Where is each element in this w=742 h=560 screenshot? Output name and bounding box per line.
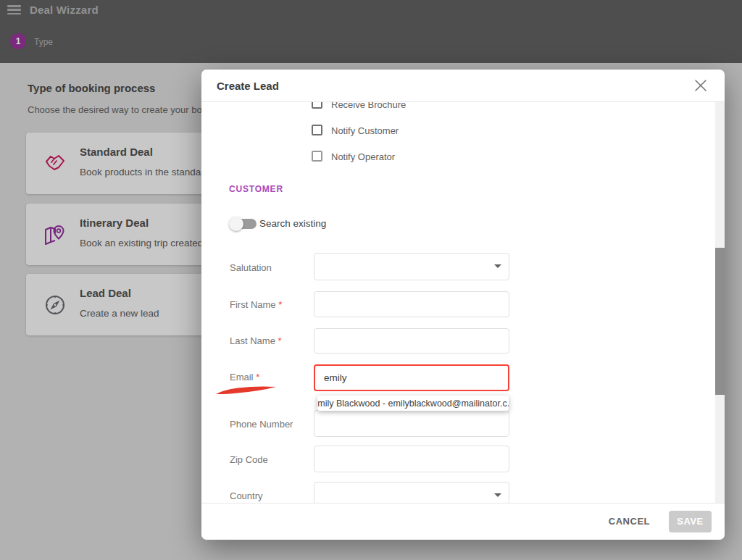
red-underline-annotation <box>216 383 277 398</box>
page-title: Type of booking process <box>28 82 155 94</box>
card-title: Lead Deal <box>80 287 131 299</box>
close-icon[interactable] <box>693 78 708 93</box>
dialog-footer: CANCEL SAVE <box>201 503 725 539</box>
country-select[interactable] <box>314 482 509 503</box>
first-name-label: First Name * <box>230 299 282 310</box>
dialog-body: Receive Brochure Notify Customer Notify … <box>201 102 725 503</box>
country-label: Country <box>230 490 263 501</box>
label-text: Country <box>230 490 263 501</box>
card-title: Itinerary Deal <box>80 217 149 229</box>
checkbox-label: Notify Customer <box>331 125 399 136</box>
search-existing-toggle[interactable] <box>229 217 257 231</box>
card-title: Standard Deal <box>80 146 153 158</box>
map-pin-icon <box>43 223 67 246</box>
label-text: Phone Number <box>230 419 293 430</box>
dialog-scrollbar[interactable] <box>715 102 725 503</box>
dialog-title: Create Lead <box>217 80 279 92</box>
cancel-button[interactable]: CANCEL <box>609 516 650 527</box>
toggle-label: Search existing <box>259 218 326 229</box>
zip-input[interactable] <box>314 446 509 472</box>
zip-label: Zip Code <box>230 454 268 465</box>
autocomplete-suggestion[interactable]: Emily Blackwood - emilyblackwood@mailina… <box>317 396 509 411</box>
label-text: Email <box>230 372 254 383</box>
required-asterisk: * <box>278 299 282 310</box>
card-description: Book products in the standar <box>80 167 204 177</box>
checkbox-label: Receive Brochure <box>331 102 406 110</box>
email-label: Email * <box>230 372 259 383</box>
handshake-icon <box>43 152 67 175</box>
create-lead-dialog: Create Lead Receive Brochure Notify Cust… <box>201 70 725 540</box>
last-name-input[interactable] <box>314 328 509 354</box>
checkbox-notify-customer[interactable] <box>312 125 322 135</box>
label-text: Zip Code <box>230 454 268 465</box>
app-header: Deal Wizzard 1 Type <box>0 0 742 63</box>
save-button[interactable]: SAVE <box>669 511 712 532</box>
toggle-knob <box>229 217 243 231</box>
phone-label: Phone Number <box>230 419 293 430</box>
checkbox-notify-operator[interactable] <box>312 151 322 162</box>
salutation-select[interactable] <box>314 253 509 280</box>
card-description: Book an existing trip created <box>80 238 203 248</box>
card-description: Create a new lead <box>80 308 159 319</box>
label-text: First Name <box>230 299 276 310</box>
last-name-label: Last Name * <box>230 335 282 346</box>
compass-icon <box>43 293 67 317</box>
email-input[interactable] <box>314 364 509 391</box>
app-title: Deal Wizzard <box>30 4 99 16</box>
required-asterisk: * <box>278 335 282 346</box>
phone-input[interactable] <box>314 410 509 437</box>
hamburger-menu-icon[interactable] <box>7 5 21 14</box>
salutation-label: Salutation <box>230 262 272 273</box>
first-name-input[interactable] <box>314 291 509 317</box>
label-text: Last Name <box>230 335 275 346</box>
customer-section-heading: CUSTOMER <box>229 184 283 194</box>
dialog-header: Create Lead <box>201 70 725 102</box>
label-text: Salutation <box>230 262 272 273</box>
required-asterisk: * <box>256 372 259 383</box>
step-indicator: 1 <box>10 33 26 49</box>
page-subtitle: Choose the desired way to create your bo… <box>28 104 225 115</box>
checkbox-receive-brochure[interactable] <box>312 102 322 109</box>
scrollbar-thumb[interactable] <box>715 248 725 395</box>
checkbox-label: Notify Operator <box>331 151 395 162</box>
step-label: Type <box>34 37 53 47</box>
